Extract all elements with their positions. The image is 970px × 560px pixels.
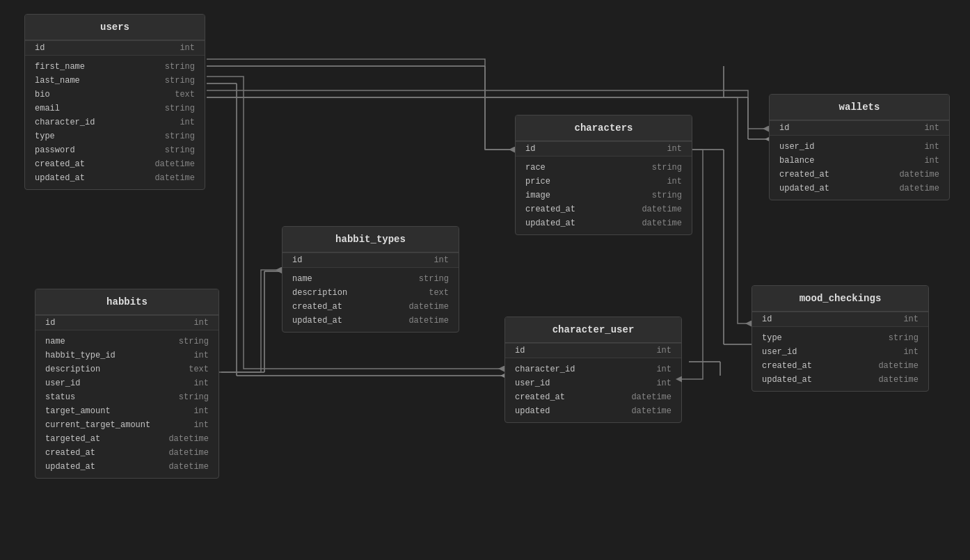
table-row: email string (25, 102, 205, 115)
table-wallets-header: wallets (770, 95, 949, 120)
table-row: created_at datetime (516, 202, 692, 216)
table-habbit-types-header: habbit_types (283, 227, 459, 253)
table-row: id int (752, 312, 928, 326)
table-row: id int (283, 253, 459, 267)
table-mood-checkings-header: mood_checkings (752, 286, 928, 312)
table-users-header: users (25, 15, 205, 40)
table-row: created_at datetime (25, 157, 205, 171)
table-wallets: wallets id int user_id int balance int c… (769, 94, 950, 200)
table-row: bio text (25, 88, 205, 102)
table-character-user: character_user id int character_id int u… (504, 317, 682, 423)
table-row: updated_at datetime (770, 182, 949, 195)
table-row: first_name string (25, 60, 205, 74)
table-row: name string (35, 335, 218, 349)
table-row: targeted_at datetime (35, 432, 218, 446)
table-characters: characters id int race string price int … (515, 115, 692, 235)
table-users: users id int first_name string last_name… (24, 14, 205, 190)
table-row: user_id int (35, 376, 218, 390)
table-row: balance int (770, 154, 949, 168)
table-characters-header: characters (516, 115, 692, 141)
table-row: updated_at datetime (283, 314, 459, 328)
table-row: habbit_type_id int (35, 349, 218, 362)
table-row: updated_at datetime (516, 216, 692, 230)
table-row: user_id int (505, 376, 681, 390)
table-row: updated datetime (505, 404, 681, 418)
table-row: created_at datetime (283, 300, 459, 314)
table-row: id int (505, 344, 681, 358)
table-row: updated_at datetime (35, 460, 218, 474)
table-row: target_amount int (35, 404, 218, 418)
table-row: created_at datetime (35, 446, 218, 460)
table-row: type string (752, 331, 928, 345)
table-habbits-header: habbits (35, 289, 218, 315)
table-row: character_id int (25, 115, 205, 129)
table-row: created_at datetime (770, 168, 949, 182)
table-row: description text (35, 362, 218, 376)
table-row: price int (516, 175, 692, 189)
table-character-user-header: character_user (505, 317, 681, 343)
table-row: last_name string (25, 74, 205, 88)
table-row: created_at datetime (752, 359, 928, 373)
table-row: user_id int (752, 345, 928, 359)
table-row: type string (25, 129, 205, 143)
table-row: user_id int (770, 140, 949, 154)
table-row: name string (283, 272, 459, 286)
table-row: id int (35, 316, 218, 330)
table-habbit-types: habbit_types id int name string descript… (282, 226, 459, 333)
table-row: updated_at datetime (25, 171, 205, 185)
table-mood-checkings: mood_checkings id int type string user_i… (752, 285, 929, 392)
table-row: created_at datetime (505, 390, 681, 404)
table-row: status string (35, 390, 218, 404)
table-row: description text (283, 286, 459, 300)
table-habbits: habbits id int name string habbit_type_i… (35, 289, 219, 479)
table-row: id int (770, 121, 949, 135)
canvas: users id int first_name string last_name… (0, 0, 970, 560)
table-row: image string (516, 189, 692, 202)
table-row: race string (516, 161, 692, 175)
table-row: password string (25, 143, 205, 157)
table-row: character_id int (505, 362, 681, 376)
table-row: updated_at datetime (752, 373, 928, 387)
table-row: id int (25, 41, 205, 55)
table-row: current_target_amount int (35, 418, 218, 432)
table-row: id int (516, 142, 692, 156)
